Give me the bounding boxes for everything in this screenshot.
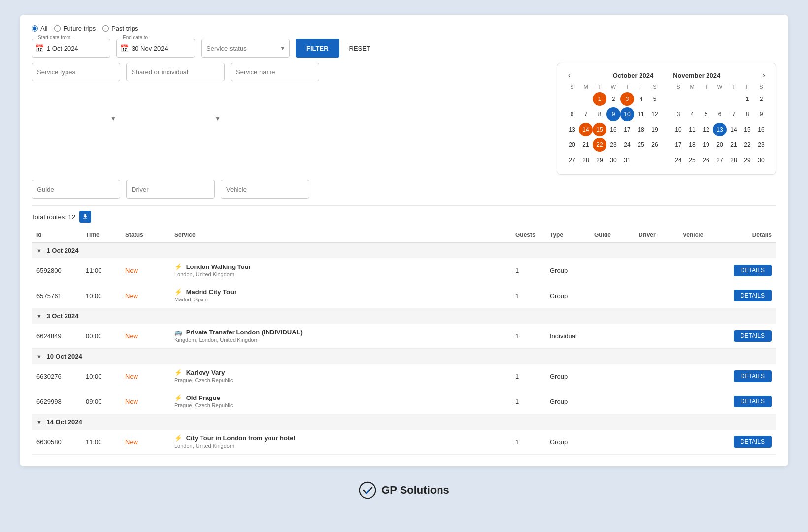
calendar-prev[interactable]: ‹ bbox=[565, 70, 573, 81]
details-button[interactable]: DETAILS bbox=[734, 265, 772, 276]
nov-day-1[interactable]: 1 bbox=[741, 92, 754, 106]
nov-day-8[interactable]: 8 bbox=[741, 107, 754, 121]
calendar-next[interactable]: › bbox=[760, 70, 768, 81]
oct-day-26[interactable]: 26 bbox=[648, 138, 662, 152]
nov-day-28[interactable]: 28 bbox=[727, 153, 741, 167]
nov-day-2[interactable]: 2 bbox=[754, 92, 768, 106]
oct-day-19[interactable]: 19 bbox=[648, 123, 662, 136]
details-button[interactable]: DETAILS bbox=[734, 330, 772, 342]
oct-day-6[interactable]: 6 bbox=[565, 107, 579, 121]
filter-top: All Future trips Past trips bbox=[32, 25, 776, 32]
oct-day-9[interactable]: 9 bbox=[606, 107, 620, 121]
oct-day-25[interactable]: 25 bbox=[634, 138, 648, 152]
status-badge: New bbox=[125, 267, 138, 274]
vehicle-input[interactable] bbox=[221, 180, 309, 199]
oct-day-13[interactable]: 13 bbox=[565, 123, 579, 136]
cell-vehicle bbox=[678, 283, 722, 308]
details-button[interactable]: DETAILS bbox=[734, 370, 772, 382]
oct-day-4[interactable]: 4 bbox=[634, 92, 648, 106]
col-type: Type bbox=[545, 228, 589, 243]
nov-day-17[interactable]: 17 bbox=[672, 138, 685, 152]
details-button[interactable]: DETAILS bbox=[734, 290, 772, 301]
nov-day-4[interactable]: 4 bbox=[685, 107, 699, 121]
nov-day-5[interactable]: 5 bbox=[699, 107, 713, 121]
oct-day-11[interactable]: 11 bbox=[634, 107, 648, 121]
nov-day-10[interactable]: 10 bbox=[672, 123, 685, 136]
nov-day-26[interactable]: 26 bbox=[699, 153, 713, 167]
oct-day-7[interactable]: 7 bbox=[579, 107, 593, 121]
oct-day-10[interactable]: 10 bbox=[620, 107, 634, 121]
oct-day-29[interactable]: 29 bbox=[593, 153, 606, 167]
oct-day-31[interactable]: 31 bbox=[620, 153, 634, 167]
service-types-select[interactable]: Service types bbox=[32, 63, 120, 81]
oct-day-14[interactable]: 14 bbox=[579, 123, 593, 136]
nov-day-25[interactable]: 25 bbox=[685, 153, 699, 167]
calendar-grid: SMTWTFS 1 2 3 4 5 6 7 8 bbox=[565, 84, 768, 167]
nov-day-12[interactable]: 12 bbox=[699, 123, 713, 136]
oct-day-22[interactable]: 22 bbox=[593, 138, 606, 152]
driver-input[interactable] bbox=[126, 180, 215, 199]
oct-day-5[interactable]: 5 bbox=[648, 92, 662, 106]
details-button[interactable]: DETAILS bbox=[734, 396, 772, 407]
oct-day-24[interactable]: 24 bbox=[620, 138, 634, 152]
radio-past[interactable]: Past trips bbox=[102, 25, 138, 32]
cell-vehicle bbox=[678, 430, 722, 455]
nov-day-22[interactable]: 22 bbox=[741, 138, 754, 152]
oct-day-2[interactable]: 2 bbox=[606, 92, 620, 106]
export-button[interactable] bbox=[79, 211, 91, 223]
oct-day-18[interactable]: 18 bbox=[634, 123, 648, 136]
end-date-input[interactable] bbox=[116, 39, 195, 58]
details-button[interactable]: DETAILS bbox=[734, 436, 772, 448]
cell-vehicle bbox=[678, 324, 722, 349]
nov-day-15[interactable]: 15 bbox=[741, 123, 754, 136]
nov-day-24[interactable]: 24 bbox=[672, 153, 685, 167]
nov-day-9[interactable]: 9 bbox=[754, 107, 768, 121]
radio-future[interactable]: Future trips bbox=[54, 25, 96, 32]
oct-day-1[interactable]: 1 bbox=[593, 92, 606, 106]
driver-wrapper bbox=[126, 180, 215, 199]
oct-day-3[interactable]: 3 bbox=[620, 92, 634, 106]
status-badge: New bbox=[125, 398, 138, 405]
oct-day-16[interactable]: 16 bbox=[606, 123, 620, 136]
service-status-select[interactable]: Service status bbox=[201, 39, 290, 58]
oct-day-15[interactable]: 15 bbox=[593, 123, 606, 136]
nov-day-21[interactable]: 21 bbox=[727, 138, 741, 152]
oct-day-30[interactable]: 30 bbox=[606, 153, 620, 167]
start-date-input[interactable] bbox=[32, 39, 110, 58]
guide-input[interactable] bbox=[32, 180, 120, 199]
oct-day-8[interactable]: 8 bbox=[593, 107, 606, 121]
nov-day-7[interactable]: 7 bbox=[727, 107, 741, 121]
oct-day-17[interactable]: 17 bbox=[620, 123, 634, 136]
service-name-input[interactable] bbox=[231, 63, 319, 81]
oct-day-27[interactable]: 27 bbox=[565, 153, 579, 167]
radio-all-input[interactable] bbox=[32, 25, 38, 32]
nov-day-18[interactable]: 18 bbox=[685, 138, 699, 152]
select-arrow-shared: ▼ bbox=[215, 115, 221, 122]
nov-day-27[interactable]: 27 bbox=[713, 153, 727, 167]
radio-all[interactable]: All bbox=[32, 25, 47, 32]
oct-day-21[interactable]: 21 bbox=[579, 138, 593, 152]
radio-future-input[interactable] bbox=[54, 25, 61, 32]
nov-day-20[interactable]: 20 bbox=[713, 138, 727, 152]
nov-day-6[interactable]: 6 bbox=[713, 107, 727, 121]
nov-day-23[interactable]: 23 bbox=[754, 138, 768, 152]
shared-individual-select[interactable]: Shared or individual bbox=[126, 63, 225, 81]
oct-day-12[interactable]: 12 bbox=[648, 107, 662, 121]
cell-time: 10:00 bbox=[81, 364, 120, 389]
nov-day-19[interactable]: 19 bbox=[699, 138, 713, 152]
nov-day-29[interactable]: 29 bbox=[741, 153, 754, 167]
reset-button[interactable]: RESET bbox=[345, 39, 374, 58]
nov-day-14[interactable]: 14 bbox=[727, 123, 741, 136]
nov-day-3[interactable]: 3 bbox=[672, 107, 685, 121]
cell-time: 09:00 bbox=[81, 389, 120, 414]
nov-day-13[interactable]: 13 bbox=[713, 123, 727, 136]
filter-button[interactable]: FILTER bbox=[296, 39, 339, 58]
oct-day-28[interactable]: 28 bbox=[579, 153, 593, 167]
cell-service: ⚡ City Tour in London from your hotel Lo… bbox=[169, 430, 510, 455]
nov-day-30[interactable]: 30 bbox=[754, 153, 768, 167]
nov-day-16[interactable]: 16 bbox=[754, 123, 768, 136]
nov-day-11[interactable]: 11 bbox=[685, 123, 699, 136]
oct-day-20[interactable]: 20 bbox=[565, 138, 579, 152]
radio-past-input[interactable] bbox=[102, 25, 109, 32]
oct-day-23[interactable]: 23 bbox=[606, 138, 620, 152]
